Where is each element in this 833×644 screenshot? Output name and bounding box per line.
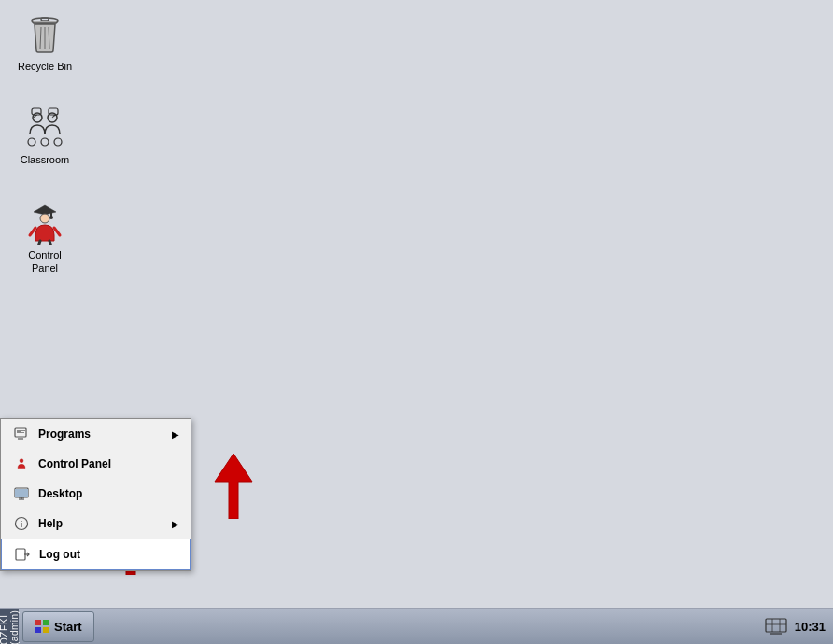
control-panel-menu-label: Control Panel [38,457,179,470]
start-menu-desktop[interactable]: Desktop [1,479,191,509]
start-menu-logout[interactable]: Log out [1,539,191,570]
svg-rect-22 [21,430,25,431]
classroom-label: Classroom [21,153,70,166]
help-arrow: ▶ [172,519,179,529]
start-menu-help[interactable]: i Help ▶ [1,509,191,539]
recycle-bin-image [22,11,67,56]
start-icon [35,619,49,634]
svg-point-11 [54,138,62,146]
desktop-menu-label: Desktop [38,487,179,500]
desktop-menu-icon [12,484,31,503]
taskbar: OZEKI (admin) Start 10:31 [0,608,833,644]
svg-rect-33 [16,549,25,560]
help-menu-icon: i [12,514,31,533]
programs-arrow: ▶ [172,429,179,440]
svg-rect-1 [41,18,49,21]
svg-point-15 [40,214,49,223]
help-menu-label: Help [38,517,164,530]
control-panel-icon[interactable]: ControlPanel [7,196,82,279]
desktop: Recycle Bin [0,0,833,608]
classroom-image [22,105,67,149]
svg-point-9 [28,138,35,146]
start-label: Start [54,620,82,634]
svg-rect-39 [35,627,41,633]
svg-line-17 [54,228,60,235]
programs-label: Programs [38,427,164,441]
svg-rect-27 [15,489,28,497]
ozeki-label: OZEKI (admin) [0,609,19,645]
svg-line-16 [30,228,35,235]
control-panel-image [22,200,67,245]
system-tray-icon [765,617,787,636]
control-panel-menu-icon [12,455,31,473]
svg-rect-21 [17,430,21,433]
arrow-logout [196,454,271,519]
svg-line-18 [38,241,40,245]
svg-point-25 [20,459,23,463]
clock: 10:31 [795,620,826,634]
control-panel-label: ControlPanel [28,248,61,275]
start-menu-control-panel[interactable]: Control Panel [1,449,191,479]
svg-text:i: i [21,520,23,529]
svg-rect-40 [43,627,49,633]
start-menu-programs[interactable]: Programs ▶ [1,419,191,449]
system-tray[interactable] [765,617,787,636]
recycle-bin-label: Recycle Bin [18,60,72,73]
logout-menu-icon [13,545,32,564]
svg-rect-38 [43,620,49,625]
taskbar-right: 10:31 [765,617,833,636]
classroom-icon[interactable]: Classroom [7,101,82,170]
svg-marker-35 [215,454,252,519]
svg-rect-41 [766,619,786,632]
svg-point-14 [49,216,53,219]
svg-point-10 [41,138,49,146]
svg-line-19 [49,241,51,245]
svg-rect-37 [35,620,41,625]
recycle-bin-icon[interactable]: Recycle Bin [7,7,82,77]
logout-menu-label: Log out [39,548,178,561]
programs-icon [12,425,31,443]
start-menu: Programs ▶ Control Panel [0,418,191,571]
start-button[interactable]: Start [22,611,94,642]
svg-rect-23 [21,432,24,433]
